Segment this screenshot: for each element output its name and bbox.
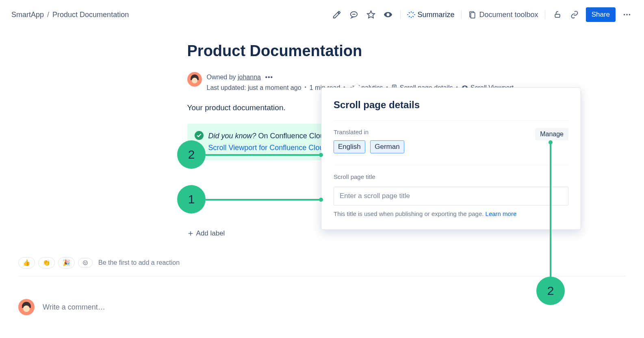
svg-point-15 bbox=[83, 261, 88, 265]
toolbar-divider bbox=[545, 10, 545, 19]
restrictions-icon[interactable] bbox=[552, 9, 563, 20]
reactions-bar: 👍 👏 🎉 Be the first to add a reaction bbox=[18, 257, 626, 277]
comment-icon[interactable] bbox=[348, 9, 360, 20]
scroll-title-label: Scroll page title bbox=[334, 173, 568, 180]
annotation-line-2a bbox=[206, 154, 321, 156]
lang-chip-german[interactable]: German bbox=[370, 140, 404, 153]
breadcrumb-space[interactable]: SmartApp bbox=[11, 11, 44, 19]
reaction-thumbsup[interactable]: 👍 bbox=[18, 257, 35, 268]
translated-section: Translated in Manage English German bbox=[334, 120, 568, 153]
toolbox-icon bbox=[468, 11, 476, 19]
annotation-circle-1: 1 bbox=[177, 185, 206, 214]
author-avatar[interactable] bbox=[187, 72, 202, 87]
sparkle-icon bbox=[407, 11, 415, 19]
annotation-circle-2a: 2 bbox=[177, 140, 206, 169]
manage-button[interactable]: Manage bbox=[535, 128, 568, 140]
scroll-page-details-popup: Scroll page details Translated in Manage… bbox=[321, 87, 581, 230]
popup-heading: Scroll page details bbox=[334, 99, 568, 111]
svg-point-16 bbox=[85, 262, 85, 262]
toolbar: Summarize Document toolbox Share bbox=[331, 7, 633, 22]
owner-link[interactable]: johanna bbox=[238, 74, 261, 81]
toolbar-divider bbox=[461, 10, 462, 19]
svg-point-3 bbox=[387, 14, 389, 15]
svg-rect-5 bbox=[471, 13, 475, 18]
document-toolbox-button[interactable]: Document toolbox bbox=[468, 11, 538, 19]
annotation-line-2b bbox=[550, 142, 551, 277]
panel-link[interactable]: Scroll Viewport for Confluence Cloud bbox=[208, 144, 328, 152]
current-user-avatar[interactable] bbox=[18, 299, 35, 315]
scroll-title-input[interactable] bbox=[334, 187, 568, 205]
reaction-clap[interactable]: 👏 bbox=[38, 257, 55, 268]
translated-label: Translated in bbox=[334, 129, 369, 135]
lang-chip-english[interactable]: English bbox=[334, 140, 365, 153]
breadcrumb-page[interactable]: Product Documentation bbox=[52, 11, 129, 19]
star-icon[interactable] bbox=[365, 9, 377, 20]
svg-point-7 bbox=[624, 14, 625, 15]
svg-point-8 bbox=[626, 14, 628, 15]
svg-point-9 bbox=[629, 14, 631, 15]
panel-lead: Did you know? bbox=[208, 132, 256, 140]
toolbar-divider bbox=[400, 10, 401, 19]
learn-more-link[interactable]: Learn more bbox=[486, 210, 517, 217]
help-text: This title is used when publishing or ex… bbox=[334, 210, 568, 217]
last-updated: Last updated: just a moment ago bbox=[207, 83, 301, 93]
summarize-button[interactable]: Summarize bbox=[407, 11, 455, 19]
page-title: Product Documentation bbox=[187, 42, 562, 60]
plus-icon bbox=[187, 230, 194, 237]
owner-more-icon[interactable]: ••• bbox=[265, 74, 273, 81]
add-reaction-icon bbox=[82, 260, 88, 266]
language-chips: English German bbox=[334, 140, 568, 153]
comment-row: Write a comment… bbox=[18, 299, 105, 315]
link-icon[interactable] bbox=[569, 9, 580, 20]
svg-point-17 bbox=[86, 262, 86, 262]
share-button[interactable]: Share bbox=[586, 7, 616, 22]
breadcrumb: SmartApp / Product Documentation bbox=[11, 11, 129, 19]
page-header: SmartApp / Product Documentation Summari… bbox=[0, 0, 644, 22]
svg-marker-2 bbox=[367, 11, 374, 18]
watch-icon[interactable] bbox=[382, 9, 394, 20]
edit-icon[interactable] bbox=[331, 9, 343, 20]
more-actions-icon[interactable] bbox=[621, 9, 633, 20]
annotation-line-1 bbox=[206, 199, 321, 201]
annotation-circle-2b: 2 bbox=[536, 277, 565, 305]
reaction-add[interactable] bbox=[78, 258, 93, 268]
reaction-party[interactable]: 🎉 bbox=[58, 257, 75, 268]
reactions-hint: Be the first to add a reaction bbox=[98, 259, 180, 266]
owned-by-label: Owned by bbox=[207, 74, 238, 81]
svg-rect-6 bbox=[555, 14, 560, 17]
add-label-button[interactable]: Add label bbox=[187, 229, 225, 238]
scroll-title-section: Scroll page title This title is used whe… bbox=[334, 165, 568, 217]
reactions-area: 👍 👏 🎉 Be the first to add a reaction bbox=[18, 257, 626, 277]
check-icon bbox=[195, 131, 204, 140]
breadcrumb-separator: / bbox=[47, 11, 49, 19]
comment-input[interactable]: Write a comment… bbox=[43, 303, 105, 312]
toolbox-label: Document toolbox bbox=[479, 11, 538, 19]
summarize-label: Summarize bbox=[418, 11, 455, 19]
